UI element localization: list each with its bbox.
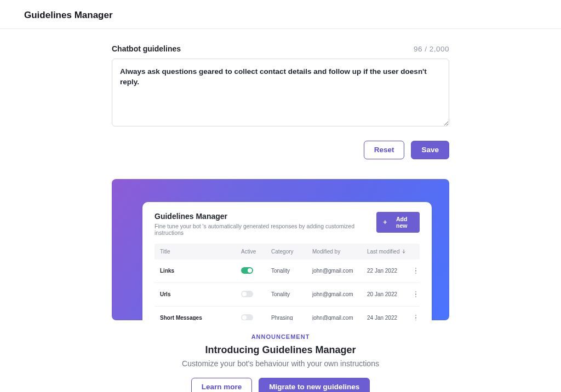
- row-modified-by: john@gmail.com: [312, 291, 367, 297]
- row-active: [241, 314, 271, 320]
- promo-preview: Guidelines Manager Fine tune your bot 's…: [142, 202, 432, 320]
- promo-table-head: Title Active Category Modified by Last m…: [154, 244, 420, 260]
- save-button[interactable]: Save: [411, 141, 449, 159]
- toggle-on-icon[interactable]: [241, 267, 253, 274]
- announcement-subtitle: Customize your bot's behaviour with your…: [112, 359, 449, 368]
- plus-icon: +: [383, 219, 387, 226]
- col-last-modified-label: Last modified: [367, 249, 399, 255]
- page-title: Guidelines Manager: [24, 10, 537, 21]
- row-category: Phrasing: [271, 315, 312, 320]
- kebab-icon[interactable]: [411, 268, 421, 274]
- char-count: 96 / 2,000: [414, 45, 449, 53]
- row-modified-by: john@gmail.com: [312, 268, 367, 274]
- announcement-eyebrow: ANNOUNCEMENT: [112, 333, 449, 340]
- table-row: Urls Tonality john@gmail.com 20 Jan 2022: [154, 283, 420, 307]
- reset-button[interactable]: Reset: [364, 141, 405, 159]
- table-row: Links Tonality john@gmail.com 22 Jan 202…: [154, 260, 420, 283]
- action-row: Reset Save: [112, 141, 449, 159]
- row-title: Urls: [160, 291, 241, 297]
- kebab-icon[interactable]: [411, 291, 421, 298]
- row-active: [241, 291, 271, 298]
- learn-more-button[interactable]: Learn more: [191, 378, 253, 393]
- table-row: Short Messages Phrasing john@gmail.com 2…: [154, 307, 420, 320]
- promo-preview-titleblock: Guidelines Manager Fine tune your bot 's…: [154, 212, 376, 236]
- col-modified-by: Modified by: [312, 249, 367, 255]
- promo-preview-subtitle: Fine tune your bot 's automatically gene…: [154, 223, 376, 236]
- row-last-modified: 24 Jan 2022: [367, 315, 411, 320]
- row-last-modified: 20 Jan 2022: [367, 291, 411, 297]
- main-content: Chatbot guidelines 96 / 2,000 Always ask…: [112, 29, 449, 392]
- promo-card: Guidelines Manager Fine tune your bot 's…: [112, 179, 449, 320]
- add-new-button[interactable]: + Add new: [376, 212, 420, 233]
- announcement-actions: Learn more Migrate to new guidelines: [112, 378, 449, 393]
- col-title: Title: [160, 249, 241, 255]
- guidelines-section-header: Chatbot guidelines 96 / 2,000: [112, 44, 449, 53]
- row-category: Tonality: [271, 268, 312, 274]
- promo-preview-title: Guidelines Manager: [154, 212, 376, 221]
- col-active: Active: [241, 249, 271, 255]
- kebab-icon[interactable]: [411, 315, 421, 320]
- col-last-modified[interactable]: Last modified: [367, 249, 411, 255]
- promo-table: Title Active Category Modified by Last m…: [154, 244, 420, 320]
- col-category: Category: [271, 249, 312, 255]
- toggle-off-icon[interactable]: [241, 291, 253, 297]
- announcement-section: ANNOUNCEMENT Introducing Guidelines Mana…: [112, 333, 449, 393]
- guidelines-label: Chatbot guidelines: [112, 44, 181, 53]
- row-title: Links: [160, 268, 241, 274]
- add-new-label: Add new: [390, 216, 413, 229]
- migrate-button[interactable]: Migrate to new guidelines: [259, 378, 370, 393]
- row-category: Tonality: [271, 291, 312, 297]
- sort-down-icon: [402, 249, 406, 255]
- row-active: [241, 267, 271, 275]
- row-modified-by: john@gmail.com: [312, 315, 367, 320]
- guidelines-textarea[interactable]: Always ask questions geared to collect c…: [112, 59, 449, 126]
- page-header: Guidelines Manager: [0, 0, 561, 29]
- row-title: Short Messages: [160, 315, 241, 320]
- toggle-off-icon[interactable]: [241, 314, 253, 320]
- announcement-title: Introducing Guidelines Manager: [112, 344, 449, 356]
- row-last-modified: 22 Jan 2022: [367, 268, 411, 274]
- promo-preview-header: Guidelines Manager Fine tune your bot 's…: [142, 202, 432, 244]
